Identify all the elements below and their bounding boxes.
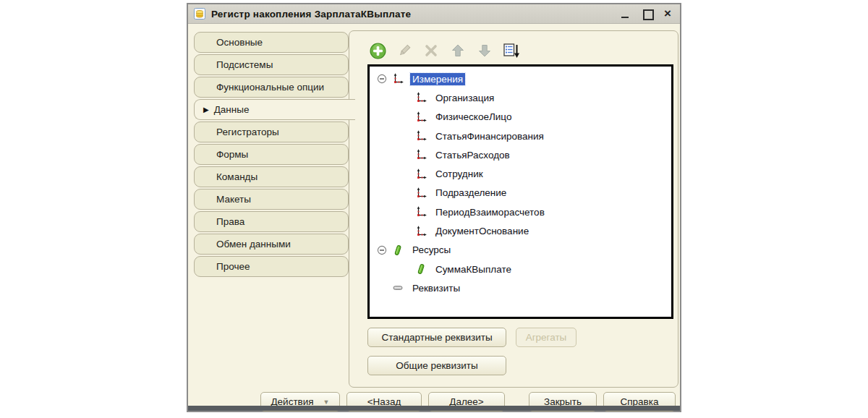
tree-item-label[interactable]: Реквизиты: [410, 282, 462, 294]
tab-osnovnye[interactable]: Основные: [194, 32, 349, 53]
tree-row-Подразделение[interactable]: Подразделение: [370, 184, 671, 202]
back-button[interactable]: <Назад: [346, 392, 422, 411]
tab-label: Формы: [216, 149, 248, 160]
tab-makety[interactable]: Макеты: [194, 189, 349, 210]
titlebar[interactable]: Регистр накопления ЗарплатаКВыплате ×: [188, 4, 680, 24]
dimension-icon-slot: [415, 206, 427, 218]
dimension-axes-icon: [415, 111, 427, 123]
dimension-axes-icon: [415, 169, 427, 180]
tree-item-label[interactable]: СтатьяФинансирования: [433, 130, 546, 142]
dimension-axes-icon: [415, 187, 427, 199]
tree-item-label[interactable]: Измерения: [410, 73, 465, 85]
tab-funkcionalnye-opcii[interactable]: Функциональные опции: [194, 77, 349, 98]
standard-attributes-button[interactable]: Стандартные реквизиты: [367, 328, 506, 347]
tree-item-label[interactable]: ДокументОснование: [433, 225, 531, 237]
tab-komandy[interactable]: Команды: [194, 166, 349, 187]
resource-icon: [415, 263, 427, 275]
tree-row-СуммаКВыплате[interactable]: СуммаКВыплате: [370, 260, 671, 278]
tab-label: Прочее: [216, 261, 250, 272]
window-controls: ×: [621, 9, 674, 19]
dimension-axes-icon: [415, 130, 427, 142]
tree-row-СтатьяРасходов[interactable]: СтатьяРасходов: [370, 145, 671, 164]
button-label: Закрыть: [544, 396, 582, 407]
tab-list: ОсновныеПодсистемыФункциональные опции▶Д…: [194, 32, 349, 278]
tab-registratory[interactable]: Регистраторы: [194, 121, 349, 142]
tab-prava[interactable]: Права: [194, 211, 349, 232]
collapse-icon[interactable]: [377, 245, 387, 255]
arrow-up-icon: [450, 43, 466, 59]
tree-row-Организация[interactable]: Организация: [370, 88, 671, 107]
close-button[interactable]: Закрыть: [529, 392, 597, 411]
data-panel: Измерения Организация ФизическоеЛицо Ста…: [349, 30, 678, 388]
window-title: Регистр накопления ЗарплатаКВыплате: [211, 9, 411, 20]
tab-label: Права: [216, 216, 244, 227]
tab-obmen-dannymi[interactable]: Обмен данными: [194, 234, 349, 255]
tab-prochee[interactable]: Прочее: [194, 256, 349, 277]
arrow-down-icon: [477, 43, 493, 59]
tab-podsistemy[interactable]: Подсистемы: [194, 54, 349, 75]
dropdown-arrow-icon: ▼: [323, 398, 330, 406]
dimension-axes-icon: [415, 226, 427, 237]
tree-row-СтатьяФинансирования[interactable]: СтатьяФинансирования: [370, 127, 671, 145]
dimension-icon-slot: [392, 73, 404, 85]
resource-icon-slot: [392, 244, 404, 256]
attribute-icon: [392, 282, 404, 294]
panel-button-row-2: Общие реквизиты: [367, 356, 678, 375]
tree-row-Ресурсы[interactable]: Ресурсы: [370, 241, 671, 260]
app-1c-icon: [194, 8, 205, 20]
dimension-icon-slot: [415, 169, 427, 180]
tree-item-label[interactable]: Организация: [433, 92, 496, 104]
dimension-icon-slot: [415, 149, 427, 161]
tree-row-Реквизиты[interactable]: Реквизиты: [370, 278, 671, 297]
button-label: Действия: [271, 396, 313, 407]
attribute-icon-slot: [392, 282, 404, 294]
sort-list-icon[interactable]: [503, 43, 520, 59]
button-label: Далее>: [449, 396, 483, 407]
collapse-icon[interactable]: [377, 74, 387, 84]
tree-item-label[interactable]: Ресурсы: [410, 244, 453, 256]
tree-item-label[interactable]: ПериодВзаиморасчетов: [433, 206, 547, 218]
dialog-button-row: Действия▼<НазадДалее>ЗакрытьСправка: [188, 392, 676, 411]
help-button[interactable]: Справка: [603, 392, 676, 411]
tab-label: Команды: [216, 171, 258, 182]
resource-icon: [392, 244, 404, 256]
tree-row-ДокументОснование[interactable]: ДокументОснование: [370, 221, 671, 240]
dimension-icon-slot: [415, 111, 427, 123]
toolbar-edit-button: [396, 42, 413, 59]
dimension-icon-slot: [415, 92, 427, 103]
add-icon[interactable]: [370, 43, 386, 59]
tree-item-label[interactable]: Сотрудник: [433, 168, 485, 180]
expander-slot[interactable]: [377, 245, 387, 255]
tree-row-Измерения[interactable]: Измерения: [370, 69, 671, 88]
tab-label: Основные: [216, 37, 263, 48]
tree-row-Сотрудник[interactable]: Сотрудник: [370, 164, 671, 183]
button-label: <Назад: [367, 396, 401, 407]
expander-slot[interactable]: [377, 74, 387, 84]
tab-formy[interactable]: Формы: [194, 144, 349, 165]
next-button[interactable]: Далее>: [428, 392, 505, 411]
actions-button[interactable]: Действия▼: [260, 392, 340, 411]
tab-label: Обмен данными: [216, 239, 291, 249]
button-label: Справка: [621, 396, 659, 407]
tree-row-ФизическоеЛицо[interactable]: ФизическоеЛицо: [370, 108, 671, 127]
common-attributes-button[interactable]: Общие реквизиты: [367, 356, 506, 375]
toolbar-move-up-button: [449, 42, 467, 59]
toolbar-move-down-button: [476, 42, 493, 59]
dimension-axes-icon: [392, 73, 404, 85]
tree-item-label[interactable]: СтатьяРасходов: [433, 149, 512, 161]
tree-item-label[interactable]: СуммаКВыплате: [433, 263, 514, 276]
minimize-button[interactable]: [621, 9, 631, 19]
toolbar-add-button[interactable]: [369, 42, 386, 59]
tree-item-label[interactable]: ФизическоеЛицо: [433, 111, 514, 123]
resource-icon-slot: [415, 263, 427, 275]
tab-label: Функциональные опции: [216, 82, 324, 93]
tab-label: Макеты: [216, 194, 251, 205]
tab-dannye[interactable]: ▶Данные: [194, 99, 355, 120]
tree-item-label[interactable]: Подразделение: [433, 187, 509, 199]
register-structure-tree[interactable]: Измерения Организация ФизическоеЛицо Ста…: [367, 64, 673, 319]
delete-icon: [423, 43, 439, 59]
tree-row-ПериодВзаиморасчетов[interactable]: ПериодВзаиморасчетов: [370, 202, 671, 221]
toolbar-sort-order-button[interactable]: [503, 42, 520, 59]
close-button[interactable]: ×: [664, 9, 671, 19]
maximize-button[interactable]: [642, 9, 652, 19]
